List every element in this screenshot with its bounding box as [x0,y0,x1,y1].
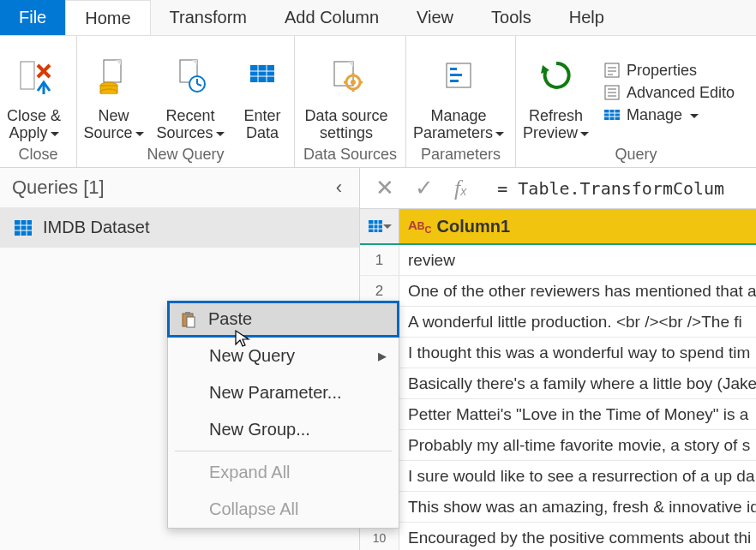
formula-cancel-button[interactable]: ✕ [375,175,394,201]
svg-rect-52 [187,317,195,327]
abc-type-icon: ABC [408,218,431,235]
close-apply-button[interactable]: Close & Apply [0,41,68,144]
close-apply-icon [15,45,53,107]
new-source-button[interactable]: New Source [77,41,150,144]
tab-file[interactable]: File [0,0,65,35]
data-source-settings-icon [327,45,365,107]
table-icon [14,219,33,236]
formula-confirm-button[interactable]: ✓ [415,175,434,201]
ctx-new-parameter[interactable]: New Parameter... [168,374,399,411]
manage-parameters-button[interactable]: Manage Parameters [406,41,511,144]
table-row[interactable]: 2One of the other reviewers has mentione… [360,276,756,307]
tab-add-column[interactable]: Add Column [266,0,398,35]
table-row[interactable]: 1review [360,245,756,276]
table-row[interactable]: 3A wonderful little production. <br /><b… [360,307,756,338]
table-corner-button[interactable] [360,209,399,243]
svg-point-8 [100,89,117,94]
table-row[interactable]: 9This show was an amazing, fresh & innov… [360,492,756,523]
chevron-right-icon: ▸ [378,345,387,366]
enter-data-button[interactable]: Enter Data [231,41,294,144]
svg-rect-30 [450,80,459,82]
data-source-settings-button[interactable]: Data source settings [295,41,398,144]
svg-rect-28 [450,68,457,70]
properties-button[interactable]: Properties [603,60,735,81]
refresh-preview-button[interactable]: Refresh Preview [516,41,596,144]
tab-tools[interactable]: Tools [472,0,550,35]
ribbon: Close & Apply Close New Source [0,36,756,168]
queries-title: Queries [1] [12,176,105,199]
ctx-new-group[interactable]: New Group... [168,411,399,448]
svg-rect-0 [21,62,34,89]
advanced-editor-icon [603,83,621,102]
data-pane: ✕ ✓ fx = Table.TransformColum ABC Column… [360,168,756,550]
collapse-sidebar-button[interactable]: ‹ [331,176,347,199]
ctx-paste[interactable]: Paste [167,301,399,338]
manage-button[interactable]: Manage [603,105,735,125]
svg-rect-4 [104,60,121,82]
table-mini-icon [368,219,383,233]
manage-parameters-icon [440,45,477,107]
fx-button[interactable]: fx [454,176,466,201]
table-row[interactable]: 8I sure would like to see a resurrection… [360,461,756,492]
tab-help[interactable]: Help [550,0,623,35]
enter-data-icon [245,45,279,107]
query-item-imdb[interactable]: IMDB Dataset [0,207,359,248]
svg-rect-40 [604,110,620,120]
manage-icon [603,105,621,124]
svg-rect-29 [450,74,462,76]
refresh-icon [537,45,575,107]
data-grid[interactable]: 1review 2One of the other reviewers has … [360,245,756,550]
svg-rect-45 [15,220,32,236]
column-header-column1[interactable]: ABC Column1 [399,209,756,243]
table-row[interactable]: 4I thought this was a wonderful way to s… [360,338,756,368]
group-label-new-query: New Query [77,144,294,167]
group-label-data-sources: Data Sources [295,144,405,167]
ctx-separator [175,451,392,451]
tab-home[interactable]: Home [65,0,150,35]
group-label-close: Close [0,144,76,167]
svg-rect-53 [369,220,382,232]
queries-sidebar: Queries [1] ‹ IMDB Dataset Paste New Que… [0,168,360,550]
properties-icon [603,61,621,80]
query-item-label: IMDB Dataset [43,218,149,237]
recent-sources-icon [173,45,207,107]
ctx-expand-all: Expand All [168,454,399,491]
table-row[interactable]: 7Probably my all-time favorite movie, a … [360,430,756,461]
main-area: Queries [1] ‹ IMDB Dataset Paste New Que… [0,168,756,550]
svg-rect-14 [250,65,274,82]
new-source-icon [97,45,131,107]
svg-rect-51 [185,312,190,315]
tab-transform[interactable]: Transform [151,0,266,35]
context-menu: Paste New Query ▸ New Parameter... New G… [167,301,399,529]
table-row[interactable]: 5Basically there's a family where a litt… [360,368,756,399]
formula-bar: ✕ ✓ fx = Table.TransformColum [360,168,756,209]
group-label-query: Query [516,144,756,167]
tab-view[interactable]: View [398,0,472,35]
svg-rect-32 [605,63,619,77]
ctx-collapse-all: Collapse All [168,491,399,528]
recent-sources-button[interactable]: Recent Sources [150,41,231,144]
menubar: File Home Transform Add Column View Tool… [0,0,756,36]
advanced-editor-button[interactable]: Advanced Edito [603,82,735,103]
formula-input[interactable]: = Table.TransformColum [487,178,724,199]
group-label-parameters: Parameters [406,144,515,167]
column-header-row: ABC Column1 [360,209,756,245]
paste-icon [179,311,198,328]
table-row[interactable]: 6Petter Mattei's "Love in the Time of Mo… [360,399,756,430]
ctx-new-query[interactable]: New Query ▸ [168,337,399,374]
svg-point-22 [351,80,356,85]
table-row[interactable]: 10Encouraged by the positive comments ab… [360,523,756,550]
